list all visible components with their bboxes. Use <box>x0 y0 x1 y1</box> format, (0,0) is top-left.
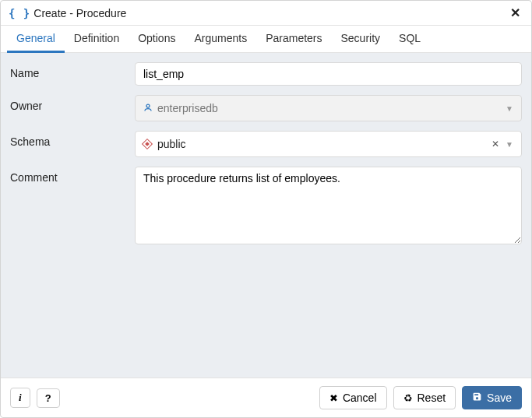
owner-value: enterprisedb <box>157 102 218 114</box>
owner-label: Owner <box>10 95 135 112</box>
form-body: Name Owner enterprisedb ▼ Schema <box>1 53 531 378</box>
schema-value: public <box>157 138 186 150</box>
help-icon: ? <box>45 392 51 404</box>
help-button[interactable]: ? <box>37 388 60 408</box>
create-procedure-dialog: { } Create - Procedure ✕ General Definit… <box>0 0 532 418</box>
tab-parameters[interactable]: Parameters <box>256 26 331 52</box>
tab-bar: General Definition Options Arguments Par… <box>1 26 531 53</box>
dialog-footer: i ? ✖ Cancel ♻ Reset Save <box>1 378 531 417</box>
chevron-down-icon: ▼ <box>506 140 513 149</box>
tab-arguments[interactable]: Arguments <box>185 26 256 52</box>
user-icon <box>143 103 153 114</box>
reset-label: Reset <box>417 392 446 404</box>
info-icon: i <box>19 392 22 404</box>
info-button[interactable]: i <box>10 388 30 408</box>
cancel-button[interactable]: ✖ Cancel <box>319 386 387 409</box>
braces-icon: { } <box>9 7 30 19</box>
save-button[interactable]: Save <box>462 386 522 409</box>
schema-label: Schema <box>10 131 135 148</box>
dialog-title: Create - Procedure <box>33 7 126 19</box>
comment-label: Comment <box>10 167 135 184</box>
recycle-icon: ♻ <box>403 392 413 404</box>
svg-point-0 <box>146 104 150 107</box>
close-icon[interactable]: ✕ <box>507 5 523 20</box>
name-label: Name <box>10 62 135 79</box>
save-label: Save <box>487 392 512 404</box>
tab-security[interactable]: Security <box>332 26 390 52</box>
comment-textarea[interactable]: This procedure returns list of employees… <box>135 167 522 244</box>
name-input[interactable] <box>135 62 522 86</box>
close-icon: ✖ <box>329 392 338 404</box>
owner-select[interactable]: enterprisedb ▼ <box>135 95 522 121</box>
tab-sql[interactable]: SQL <box>389 26 430 52</box>
tab-general[interactable]: General <box>7 26 65 53</box>
save-icon <box>472 392 482 404</box>
cancel-label: Cancel <box>343 392 377 404</box>
tab-definition[interactable]: Definition <box>65 26 129 52</box>
schema-icon <box>142 139 153 149</box>
tab-options[interactable]: Options <box>129 26 185 52</box>
reset-button[interactable]: ♻ Reset <box>393 386 456 409</box>
dialog-header: { } Create - Procedure ✕ <box>1 1 531 26</box>
clear-icon[interactable]: ✕ <box>491 139 499 149</box>
chevron-down-icon: ▼ <box>506 104 513 113</box>
schema-select[interactable]: public ✕ ▼ <box>135 131 522 157</box>
